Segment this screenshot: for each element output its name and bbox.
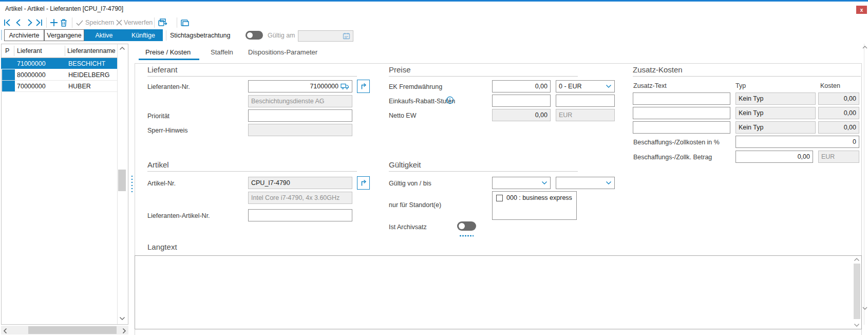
zollkosten-betrag-input[interactable]: 0,00 xyxy=(735,151,813,163)
zusatz-text-input-1[interactable] xyxy=(633,92,730,105)
nav-next-button[interactable] xyxy=(25,17,35,28)
add-record-button[interactable] xyxy=(49,17,59,28)
lieferanten-nr-input[interactable]: 71000000 xyxy=(248,80,352,92)
section-divider xyxy=(633,76,861,77)
table-vscroll-border xyxy=(117,44,118,324)
supplier-truck-icon[interactable] xyxy=(341,83,349,89)
zusatz-typ-field-3[interactable]: Kein Typ xyxy=(735,121,816,134)
main-vscroll-down-arrow[interactable] xyxy=(862,306,867,310)
zollkosten-betrag-currency: EUR xyxy=(821,153,835,160)
lieferanten-artikel-nr-input[interactable] xyxy=(248,209,352,221)
rabatt-stufe-input-1[interactable] xyxy=(492,95,551,107)
expander-dots-handle[interactable] xyxy=(459,235,474,237)
gueltig-von-select[interactable] xyxy=(492,177,551,189)
zusatz-typ-value-3: Kein Typ xyxy=(739,124,763,131)
table-vscroll-down-arrow[interactable] xyxy=(119,316,125,321)
gueltig-bis-select[interactable] xyxy=(556,177,615,189)
table-hscroll-left-arrow[interactable] xyxy=(3,328,8,334)
sperr-hinweis-field xyxy=(248,124,352,136)
table-vscroll-up-arrow[interactable] xyxy=(119,46,125,51)
filter-aktive-button[interactable]: Aktive xyxy=(84,29,124,41)
ek-currency-select[interactable]: 0 - EUR xyxy=(556,80,615,92)
section-divider xyxy=(147,76,357,77)
table-hscroll-thumb[interactable] xyxy=(28,326,117,334)
zusatz-text-input-2[interactable] xyxy=(633,107,730,119)
prioritaet-label: Priorität xyxy=(147,113,169,120)
langtext-textarea[interactable] xyxy=(135,255,862,329)
zusatz-kosten-value-3: 0,00 xyxy=(844,124,856,131)
jump-arrow-icon xyxy=(360,83,367,90)
info-icon[interactable] xyxy=(446,96,454,104)
save-button[interactable] xyxy=(74,17,85,28)
zusatz-kosten-field-2: 0,00 xyxy=(818,107,859,119)
zusatz-typ-field-1[interactable]: Kein Typ xyxy=(735,92,816,105)
section-title-gueltigkeit: Gültigkeit xyxy=(389,160,421,169)
tab-dispositions-parameter[interactable]: Dispositions-Parameter xyxy=(248,48,317,56)
artikel-nr-label: Artikel-Nr. xyxy=(147,180,176,187)
app-window: Artikel - Artikel - Lieferanten [CPU_I7-… xyxy=(0,0,868,335)
standort-checkbox[interactable] xyxy=(496,195,503,201)
chevron-down-icon xyxy=(541,181,548,185)
ist-archivsatz-label: Ist Archivsatz xyxy=(389,224,427,231)
kosten-column-label: Kosten xyxy=(820,82,840,89)
column-divider xyxy=(65,46,65,56)
save-button-label[interactable]: Speichern xyxy=(85,19,114,26)
panel-splitter-handle[interactable] xyxy=(131,175,133,192)
delete-record-button[interactable] xyxy=(59,17,69,28)
stichtag-toggle[interactable] xyxy=(246,31,263,40)
typ-column-label: Typ xyxy=(735,82,746,89)
prioritaet-input[interactable] xyxy=(248,109,352,122)
nav-previous-icon xyxy=(14,18,23,27)
filter-vergangene-button[interactable]: Vergangene xyxy=(44,29,84,41)
zusatz-typ-value-1: Kein Typ xyxy=(739,95,763,102)
lieferanten-name-value: Beschichtungsdienste AG xyxy=(251,98,324,105)
supplier-row[interactable]: 70000000 HUBER xyxy=(1,81,117,91)
ek-fremdwaehrung-input[interactable]: 0,00 xyxy=(492,80,551,92)
nav-previous-button[interactable] xyxy=(13,17,24,28)
nav-first-button[interactable] xyxy=(2,17,12,28)
table-vscroll-thumb[interactable] xyxy=(118,170,126,191)
discard-button[interactable] xyxy=(114,17,124,28)
main-vscroll-up-arrow[interactable] xyxy=(862,45,867,49)
standort-option[interactable]: 000 : business express xyxy=(493,192,576,204)
toolbar-separator xyxy=(46,17,47,28)
lieferanten-nr-label: Lieferanten-Nr. xyxy=(147,83,190,90)
langtext-vscroll-down-arrow[interactable] xyxy=(854,323,860,327)
rabatt-stufe-input-2[interactable] xyxy=(556,95,615,107)
langtext-vscroll-thumb[interactable] xyxy=(854,264,860,319)
goto-master-record-button[interactable] xyxy=(158,17,168,28)
discard-button-label[interactable]: Verwerfen xyxy=(124,19,153,26)
artikel-name-value: Intel Core i7-4790, 4x 3.60GHz xyxy=(251,194,339,201)
standorte-listbox[interactable]: 000 : business express xyxy=(492,191,577,220)
close-button[interactable]: x xyxy=(856,6,867,14)
section-divider xyxy=(389,171,578,172)
column-header-p[interactable]: P xyxy=(5,47,9,54)
filter-archivierte-button[interactable]: Archivierte xyxy=(4,29,44,41)
filter-kuenftige-button[interactable]: Künftige xyxy=(124,29,163,41)
column-header-lieferantenname[interactable]: Lieferantenname xyxy=(67,47,116,54)
zollkosten-prozent-input[interactable]: 0 xyxy=(735,136,859,148)
supplier-row[interactable]: 80000000 HEIDELBERG xyxy=(1,69,117,80)
supplier-row-selected[interactable]: 71000000 BESCHICHT xyxy=(1,58,117,69)
netto-ew-value: 0,00 xyxy=(535,111,548,119)
section-title-zusatz-kosten: Zusatz-Kosten xyxy=(633,65,683,74)
gueltig-am-date-input[interactable] xyxy=(298,30,353,42)
open-artikel-button[interactable] xyxy=(357,176,370,190)
nav-last-button[interactable] xyxy=(34,17,44,28)
duplicate-window-button[interactable] xyxy=(180,17,190,28)
trash-icon xyxy=(59,18,68,27)
column-header-lieferant[interactable]: Lieferant xyxy=(17,47,42,54)
tab-preise-kosten[interactable]: Preise / Kosten xyxy=(145,48,191,56)
zusatz-typ-field-2[interactable]: Kein Typ xyxy=(735,107,816,119)
zusatz-text-input-3[interactable] xyxy=(633,121,730,134)
tab-staffeln[interactable]: Staffeln xyxy=(211,48,233,56)
open-supplier-button[interactable] xyxy=(357,80,370,93)
table-hscroll-right-arrow[interactable] xyxy=(122,328,126,334)
ek-fremdwaehrung-value: 0,00 xyxy=(535,83,548,90)
chevron-down-icon xyxy=(606,181,612,185)
langtext-vscroll-up-arrow[interactable] xyxy=(854,257,860,262)
gueltig-am-label: Gültig am xyxy=(268,32,295,39)
ist-archivsatz-toggle[interactable] xyxy=(457,221,476,231)
netto-ew-label: Netto EW xyxy=(389,112,417,119)
toolbar-separator xyxy=(154,17,155,28)
